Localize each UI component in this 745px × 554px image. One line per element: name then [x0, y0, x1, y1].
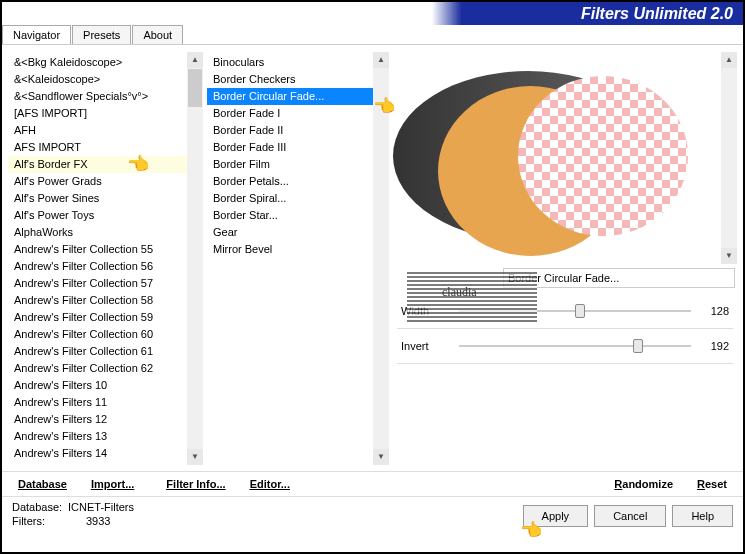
list-item[interactable]: Border Fade I [207, 105, 373, 122]
list-item[interactable]: Alf's Power Toys [8, 207, 187, 224]
scroll-down-icon[interactable]: ▼ [373, 449, 389, 465]
list-item[interactable]: Border Fade II [207, 122, 373, 139]
list-item[interactable]: AFH [8, 122, 187, 139]
help-button[interactable]: Help [672, 505, 733, 527]
database-link[interactable]: Database [18, 478, 67, 490]
list-item[interactable]: Andrew's Filters 15 [8, 462, 187, 465]
import-link[interactable]: Import... [91, 478, 134, 490]
db-value: ICNET-Filters [68, 501, 134, 513]
list-item[interactable]: AFS IMPORT [8, 139, 187, 156]
scroll-down-icon[interactable]: ▼ [187, 449, 203, 465]
list-item[interactable]: Binoculars [207, 54, 373, 71]
filters-list[interactable]: Binoculars Border Checkers Border Circul… [207, 52, 373, 465]
slider-thumb[interactable] [633, 339, 643, 353]
selected-filter-name: Border Circular Fade... [503, 268, 735, 288]
list-item[interactable]: &<Kaleidoscope> [8, 71, 187, 88]
list-item[interactable]: Andrew's Filters 13 [8, 428, 187, 445]
database-info: Database: ICNET-Filters Filters: 3933 [12, 501, 134, 527]
list-item[interactable]: Border Spiral... [207, 190, 373, 207]
param-label: Invert [401, 340, 451, 352]
list-item[interactable]: Andrew's Filter Collection 60 [8, 326, 187, 343]
scroll-thumb[interactable] [188, 69, 202, 107]
list-item[interactable]: Andrew's Filter Collection 62 [8, 360, 187, 377]
preview-pane: ▲ ▼ Border Circular Fade... Width 128 In… [393, 52, 737, 465]
link-bar: Database Import... Filter Info... Editor… [2, 471, 743, 496]
list-item[interactable]: Mirror Bevel [207, 241, 373, 258]
list-item[interactable]: Andrew's Filter Collection 59 [8, 309, 187, 326]
tab-navigator[interactable]: Navigator [2, 25, 71, 44]
list-item[interactable]: Border Star... [207, 207, 373, 224]
list-item[interactable]: [AFS IMPORT] [8, 105, 187, 122]
db-label: Database: [12, 501, 68, 513]
list-item[interactable]: Alf's Power Grads [8, 173, 187, 190]
editor-link[interactable]: Editor... [250, 478, 290, 490]
categories-list[interactable]: &<Bkg Kaleidoscope> &<Kaleidoscope> &<Sa… [8, 52, 187, 465]
list-item[interactable]: Andrew's Filters 11 [8, 394, 187, 411]
list-item[interactable]: Andrew's Filters 12 [8, 411, 187, 428]
pointer-hand-icon: 👉 [128, 153, 150, 175]
list-item[interactable]: Andrew's Filter Collection 55 [8, 241, 187, 258]
cancel-button[interactable]: Cancel [594, 505, 666, 527]
randomize-link[interactable]: Randomize [614, 478, 673, 490]
list-item[interactable]: Border Film [207, 156, 373, 173]
watermark-text: claudia [442, 285, 477, 300]
filter-info-link[interactable]: Filter Info... [166, 478, 225, 490]
scroll-down-icon[interactable]: ▼ [721, 248, 737, 264]
scroll-up-icon[interactable]: ▲ [373, 52, 389, 68]
reset-link[interactable]: Reset [697, 478, 727, 490]
scroll-up-icon[interactable]: ▲ [187, 52, 203, 68]
param-invert: Invert 192 [395, 333, 735, 359]
filters-pane: Binoculars Border Checkers Border Circul… [207, 52, 389, 465]
list-item[interactable]: Border Petals... [207, 173, 373, 190]
list-item[interactable]: &<Sandflower Specials°v°> [8, 88, 187, 105]
invert-slider[interactable] [459, 337, 691, 355]
header-bar: Filters Unlimited 2.0 [2, 2, 743, 26]
list-item[interactable]: Andrew's Filter Collection 61 [8, 343, 187, 360]
list-item[interactable]: &<Bkg Kaleidoscope> [8, 54, 187, 71]
tab-presets[interactable]: Presets [72, 25, 131, 44]
preview-image [403, 56, 693, 256]
categories-scrollbar[interactable]: ▲ ▼ [187, 52, 203, 465]
list-item[interactable]: Andrew's Filters 14 [8, 445, 187, 462]
list-item[interactable]: Alf's Power Sines [8, 190, 187, 207]
param-value: 192 [699, 340, 729, 352]
tab-about[interactable]: About [132, 25, 183, 44]
app-title: Filters Unlimited 2.0 [581, 5, 733, 23]
tab-strip: Navigator Presets About [2, 25, 743, 45]
scroll-up-icon[interactable]: ▲ [721, 52, 737, 68]
list-item[interactable]: Andrew's Filters 10 [8, 377, 187, 394]
list-item[interactable]: Andrew's Filter Collection 58 [8, 292, 187, 309]
list-item[interactable]: Border Checkers [207, 71, 373, 88]
list-item[interactable]: AlphaWorks [8, 224, 187, 241]
categories-pane: &<Bkg Kaleidoscope> &<Kaleidoscope> &<Sa… [8, 52, 203, 465]
list-item[interactable]: Border Fade III [207, 139, 373, 156]
list-item-selected-category[interactable]: Alf's Border FX [8, 156, 187, 173]
list-item-selected-filter[interactable]: Border Circular Fade... [207, 88, 373, 105]
list-item[interactable]: Andrew's Filter Collection 56 [8, 258, 187, 275]
filters-count-label: Filters: [12, 515, 68, 527]
slider-thumb[interactable] [575, 304, 585, 318]
param-value: 128 [699, 305, 729, 317]
filters-count-value: 3933 [86, 515, 110, 527]
pointer-hand-icon: 👉 [521, 519, 543, 541]
list-item[interactable]: Andrew's Filter Collection 57 [8, 275, 187, 292]
list-item[interactable]: Gear [207, 224, 373, 241]
footer-bar: Database: ICNET-Filters Filters: 3933 Ap… [2, 496, 743, 535]
pointer-hand-icon: 👉 [374, 95, 396, 117]
preview-scrollbar[interactable]: ▲ ▼ [721, 52, 737, 264]
